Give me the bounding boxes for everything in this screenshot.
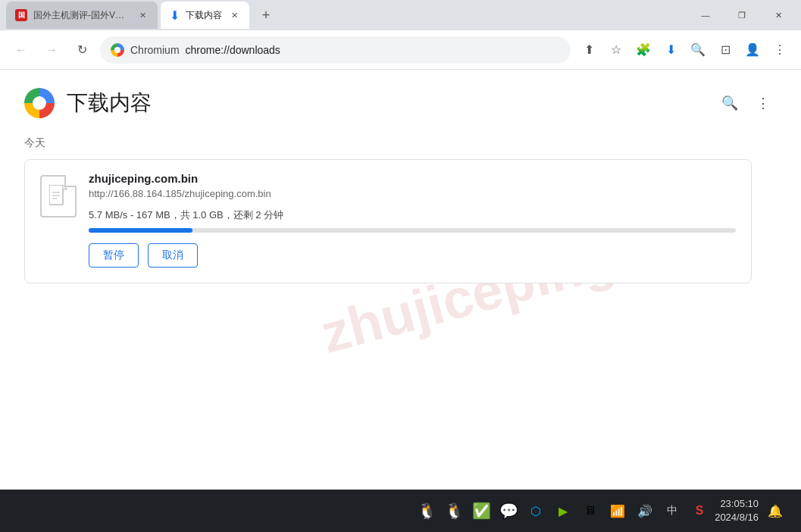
download-card: zhujiceping.com.bin http://166.88.164.18… [24,159,752,283]
toolbar-actions: ⬆ ☆ 🧩 ⬇ 🔍 ⊡ 👤 ⋮ [577,38,792,62]
progress-bar-background [89,228,736,233]
page-title-area: 下载内容 [24,88,152,118]
minimize-button[interactable]: — [689,4,722,27]
taskbar-icon-input[interactable]: 中 [660,499,684,523]
page-header-icons: 🔍 ⋮ [716,89,777,117]
forward-button[interactable]: → [39,38,64,62]
page-area: zhujiceping.com 下载内容 🔍 ⋮ 今天 [0,70,801,490]
file-icon [40,175,77,217]
account-button[interactable]: 👤 [740,38,765,62]
notification-button[interactable]: 🔔 [762,497,789,524]
section-today-label: 今天 [24,136,777,150]
browser-toolbar: ← → ↻ Chromium chrome://downloads ⬆ ☆ 🧩 … [0,30,801,70]
page-header: 下载内容 🔍 ⋮ [24,88,777,118]
reload-button[interactable]: ↻ [70,38,94,62]
download-actions: 暂停 取消 [89,243,736,268]
cancel-button[interactable]: 取消 [148,243,198,268]
clock-date: 2024/8/16 [715,511,759,524]
svg-rect-0 [49,185,63,205]
maximize-button[interactable]: ❐ [725,4,759,27]
downloads-button[interactable]: ⬇ [659,38,683,62]
page-title: 下载内容 [67,89,152,117]
page-logo [24,88,55,118]
back-button[interactable]: ← [9,38,33,62]
clock: 23:05:10 2024/8/16 [715,497,759,524]
page-menu-button[interactable]: ⋮ [749,89,777,117]
title-bar: 国 国外主机测评-国外VPS、国... ✕ ⬇ 下载内容 ✕ + — ❐ ✕ [0,0,801,30]
page-content: 下载内容 🔍 ⋮ 今天 zhujiceping.c [0,70,801,490]
tab-favicon: 国 [15,9,27,21]
tab-download-icon: ⬇ [170,8,180,23]
taskbar-icon-volume[interactable]: 🔊 [633,499,657,523]
menu-button[interactable]: ⋮ [768,38,792,62]
new-tab-button[interactable]: + [255,5,277,26]
taskbar-icon-display[interactable]: 🖥 [578,499,602,523]
taskbar-icon-penguin2[interactable]: 🐧 [442,499,466,523]
taskbar: 🐧 🐧 ✅ 💬 ⬡ ▶ 🖥 📶 🔊 中 S 23:05:10 2024/8/16… [0,490,801,532]
taskbar-icon-sogou[interactable]: S [687,499,712,523]
file-icon-svg [49,185,67,208]
progress-bar-fill [89,228,192,233]
tab-active-close[interactable]: ✕ [228,9,240,21]
tab-inactive[interactable]: 国 国外主机测评-国外VPS、国... ✕ [6,2,158,29]
taskbar-icon-wechat[interactable]: 💬 [496,499,521,523]
site-favicon [111,43,124,57]
progress-info: 5.7 MB/s - 167 MB，共 1.0 GB，还剩 2 分钟 [89,208,736,222]
search-browser-button[interactable]: 🔍 [686,38,710,62]
taskbar-icon-nvidia[interactable]: ▶ [551,499,575,523]
taskbar-icon-bluetooth[interactable]: ⬡ [524,499,548,523]
download-info: zhujiceping.com.bin http://166.88.164.18… [89,172,736,268]
taskbar-icon-penguin1[interactable]: 🐧 [415,499,439,523]
page-search-button[interactable]: 🔍 [716,89,743,117]
address-bar[interactable]: Chromium chrome://downloads [100,36,571,64]
sys-tray: 23:05:10 2024/8/16 [715,497,759,524]
tab-inactive-label: 国外主机测评-国外VPS、国... [33,9,130,22]
taskbar-icon-check[interactable]: ✅ [469,499,493,523]
file-url: http://166.88.164.185/zhujiceping.com.bi… [89,188,736,199]
split-button[interactable]: ⊡ [713,38,737,62]
site-name: Chromium [130,44,180,56]
taskbar-icon-wifi[interactable]: 📶 [605,499,630,523]
extension-button[interactable]: 🧩 [631,38,656,62]
close-button[interactable]: ✕ [762,4,795,27]
share-button[interactable]: ⬆ [577,38,601,62]
clock-time: 23:05:10 [715,497,759,511]
url-display: chrome://downloads [186,44,560,56]
tab-active[interactable]: ⬇ 下载内容 ✕ [161,2,249,29]
tab-active-label: 下载内容 [186,9,222,22]
window-controls: — ❐ ✕ [689,4,795,27]
tab-inactive-close[interactable]: ✕ [136,9,149,21]
bookmark-button[interactable]: ☆ [604,38,628,62]
file-name: zhujiceping.com.bin [89,172,736,185]
pause-button[interactable]: 暂停 [89,243,139,268]
